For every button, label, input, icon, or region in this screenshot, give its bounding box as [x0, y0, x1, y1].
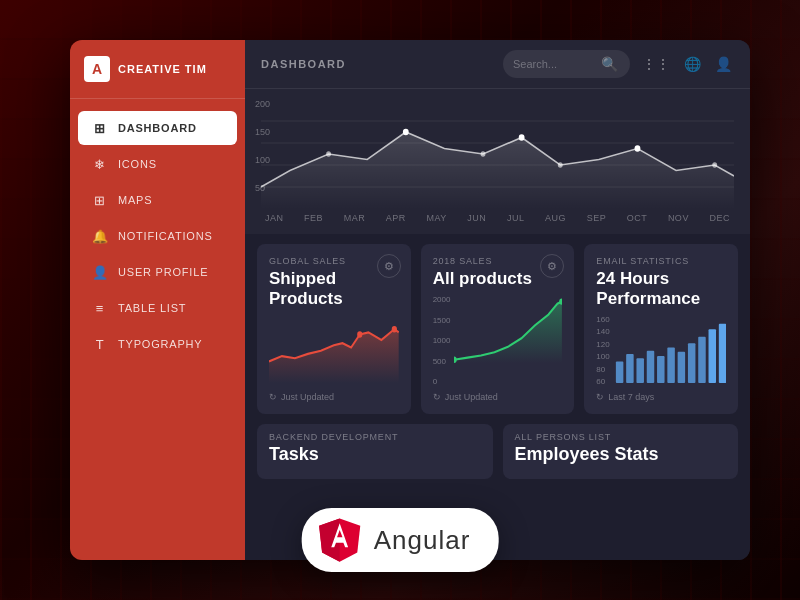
topbar-title: DASHBOARD: [261, 58, 346, 70]
svg-rect-22: [688, 343, 695, 383]
globe-icon[interactable]: 🌐: [682, 54, 703, 74]
svg-point-8: [481, 151, 486, 157]
angular-label: Angular: [374, 525, 471, 556]
nav-label-user-profile: USER PROFILE: [118, 266, 208, 278]
nav-icon-maps: ⊞: [92, 192, 108, 208]
nav-label-typography: TYPOGRAPHY: [118, 338, 202, 350]
svg-point-7: [326, 151, 331, 157]
sidebar-item-dashboard[interactable]: ⊞ DASHBOARD: [78, 111, 237, 145]
svg-rect-25: [719, 324, 726, 383]
svg-rect-20: [667, 347, 674, 383]
card-all-products: 2018 Sales All products ⚙ 2000 1500 1000…: [421, 244, 575, 414]
svg-rect-21: [677, 352, 684, 383]
card-shipped-footer: ↻ Just Updated: [269, 392, 399, 402]
card-24h-chart: 160 140 120 100 80 60: [596, 313, 726, 388]
nav-icon-notifications: 🔔: [92, 228, 108, 244]
search-input[interactable]: [513, 58, 593, 70]
card-employees-title: Employees Stats: [515, 444, 727, 465]
card-tasks-meta: Backend Development: [269, 432, 481, 442]
nav-label-maps: MAPS: [118, 194, 152, 206]
sidebar-item-icons[interactable]: ❄ ICONS: [78, 147, 237, 181]
nav-label-dashboard: DASHBOARD: [118, 122, 197, 134]
nav-label-notifications: NOTIFICATIONS: [118, 230, 213, 242]
card-24h-title: 24 Hours Performance: [596, 269, 726, 309]
nav-icon-dashboard: ⊞: [92, 120, 108, 136]
nav-icon-icons: ❄: [92, 156, 108, 172]
card-allprod-chart: 2000 1500 1000 500 0: [433, 293, 563, 388]
card-24h-footer: ↻ Last 7 days: [596, 392, 726, 402]
svg-rect-18: [646, 351, 653, 383]
svg-point-10: [712, 162, 717, 168]
sidebar-item-user-profile[interactable]: 👤 USER PROFILE: [78, 255, 237, 289]
user-icon[interactable]: 👤: [713, 54, 734, 74]
search-icon[interactable]: 🔍: [599, 54, 620, 74]
nav-icon-table-list: ≡: [92, 300, 108, 316]
nav-label-icons: ICONS: [118, 158, 157, 170]
dashboard-window: A CREATIVE TIM ⊞ DASHBOARD ❄ ICONS ⊞ MAP…: [70, 40, 750, 560]
cards-row: Global Sales Shipped Products ⚙: [257, 244, 738, 414]
svg-rect-16: [626, 354, 633, 383]
sidebar-nav: ⊞ DASHBOARD ❄ ICONS ⊞ MAPS 🔔 NOTIFICATIO…: [70, 99, 245, 560]
svg-point-9: [558, 162, 563, 168]
card-allprod-footer: ↻ Just Updated: [433, 392, 563, 402]
card-shipped-products: Global Sales Shipped Products ⚙: [257, 244, 411, 414]
chart-x-labels: JAN FEB MAR APR MAY JUN JUL AUG SEP OCT …: [261, 213, 734, 223]
svg-point-12: [392, 326, 397, 332]
svg-point-5: [519, 134, 525, 141]
card-24h-meta: Email Statistics: [596, 256, 726, 266]
nav-label-table-list: TABLE LIST: [118, 302, 186, 314]
sidebar-item-typography[interactable]: T TYPOGRAPHY: [78, 327, 237, 361]
nav-icon-user-profile: 👤: [92, 264, 108, 280]
svg-rect-15: [616, 361, 623, 383]
svg-point-6: [635, 145, 641, 152]
svg-point-4: [403, 129, 409, 136]
main-chart-svg: [261, 99, 734, 209]
svg-rect-17: [636, 358, 643, 383]
sidebar-logo: A CREATIVE TIM: [70, 40, 245, 99]
angular-badge: Angular: [302, 508, 499, 572]
card-employees-meta: All Persons List: [515, 432, 727, 442]
card-shipped-settings[interactable]: ⚙: [377, 254, 401, 278]
svg-rect-24: [708, 329, 715, 383]
svg-point-11: [357, 331, 362, 337]
svg-rect-23: [698, 337, 705, 383]
sidebar-item-notifications[interactable]: 🔔 NOTIFICATIONS: [78, 219, 237, 253]
card-shipped-title: Shipped Products: [269, 269, 399, 309]
card-tasks-title: Tasks: [269, 444, 481, 465]
search-box[interactable]: 🔍: [503, 50, 630, 78]
card-employees: All Persons List Employees Stats: [503, 424, 739, 479]
sidebar-item-maps[interactable]: ⊞ MAPS: [78, 183, 237, 217]
topbar-right: 🔍 ⋮⋮ 🌐 👤: [503, 50, 734, 78]
card-shipped-chart: [269, 313, 399, 388]
main-chart-area: 200 150 100 50: [245, 89, 750, 234]
card-24h-performance: Email Statistics 24 Hours Performance 16…: [584, 244, 738, 414]
topbar: DASHBOARD 🔍 ⋮⋮ 🌐 👤: [245, 40, 750, 89]
grid-icon[interactable]: ⋮⋮: [640, 54, 672, 74]
svg-rect-19: [657, 356, 664, 383]
logo-icon: A: [84, 56, 110, 82]
nav-icon-typography: T: [92, 336, 108, 352]
sidebar: A CREATIVE TIM ⊞ DASHBOARD ❄ ICONS ⊞ MAP…: [70, 40, 245, 560]
bottom-cards-row: Backend Development Tasks All Persons Li…: [257, 424, 738, 479]
angular-logo: [318, 518, 362, 562]
sidebar-item-table-list[interactable]: ≡ TABLE LIST: [78, 291, 237, 325]
card-tasks: Backend Development Tasks: [257, 424, 493, 479]
logo-text: CREATIVE TIM: [118, 63, 207, 75]
main-content: DASHBOARD 🔍 ⋮⋮ 🌐 👤 200 150 100 50: [245, 40, 750, 560]
chart-y-labels: 200 150 100 50: [255, 99, 270, 193]
